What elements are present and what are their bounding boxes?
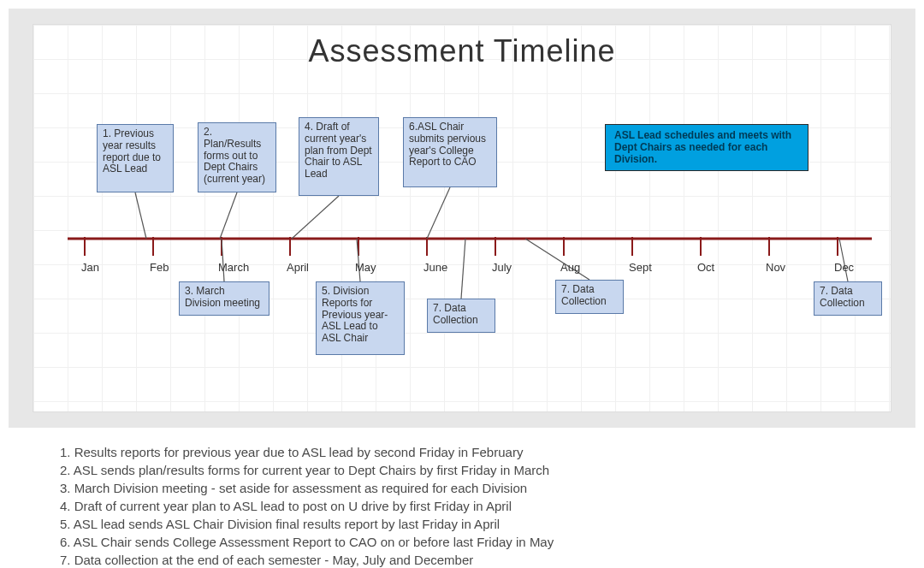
legend-item: 2. ASL sends plan/results forms for curr… [60, 461, 898, 479]
month-label: Nov [766, 261, 785, 274]
month-label: March [218, 261, 249, 274]
legend-item: 7. Data collection at the end of each se… [60, 551, 898, 568]
month-label: Aug [560, 261, 580, 274]
month-label: June [424, 261, 447, 274]
legend-list: 1. Results reports for previous year due… [60, 443, 898, 568]
page-title: Assessment Timeline [33, 33, 891, 69]
page-root: Assessment Timeline JanFebMarchAprilMayJ… [0, 0, 924, 568]
timeline-event-box: 1. Previous year results report due to A… [97, 124, 174, 192]
timeline-event-box: 5. Division Reports for Previous year-AS… [316, 281, 405, 355]
month-label: July [492, 261, 512, 274]
month-label: Oct [697, 261, 714, 274]
timeline-event-box: 6.ASL Chair submits pervious year's Coll… [403, 117, 497, 187]
timeline-event-box: 3. March Division meeting [179, 281, 270, 316]
svg-line-15 [292, 196, 339, 239]
timeline-event-box: 2. Plan/Results forms out to Dept Chairs… [198, 122, 276, 192]
month-label: Sept [629, 261, 652, 274]
month-label: Feb [150, 261, 169, 274]
legend-item: 6. ASL Chair sends College Assessment Re… [60, 533, 898, 551]
timeline-event-box: 4. Draft of current year's plan from Dep… [299, 117, 379, 196]
timeline-event-box: 7. Data Collection [427, 299, 495, 333]
month-label: May [355, 261, 376, 274]
svg-line-18 [357, 239, 360, 281]
month-label: Dec [834, 261, 854, 274]
canvas-outer: Assessment Timeline JanFebMarchAprilMayJ… [9, 9, 915, 428]
timeline-canvas: Assessment Timeline JanFebMarchAprilMayJ… [33, 24, 891, 412]
svg-line-16 [427, 187, 450, 239]
legend-item: 3. March Division meeting - set aside fo… [60, 479, 898, 497]
legend-item: 4. Draft of current year plan to ASL lea… [60, 497, 898, 515]
svg-line-17 [222, 239, 224, 281]
side-note: ASL Lead schedules and meets with Dept C… [605, 124, 808, 171]
month-label: Jan [81, 261, 99, 274]
legend-item: 1. Results reports for previous year due… [60, 443, 898, 461]
svg-line-14 [220, 192, 237, 239]
timeline-event-box: 7. Data Collection [555, 280, 624, 314]
timeline-event-box: 7. Data Collection [814, 281, 882, 316]
legend-item: 5. ASL lead sends ASL Chair Division fin… [60, 515, 898, 533]
svg-line-13 [135, 192, 146, 239]
month-label: April [287, 261, 309, 274]
svg-line-21 [839, 239, 848, 281]
svg-line-19 [461, 239, 465, 299]
